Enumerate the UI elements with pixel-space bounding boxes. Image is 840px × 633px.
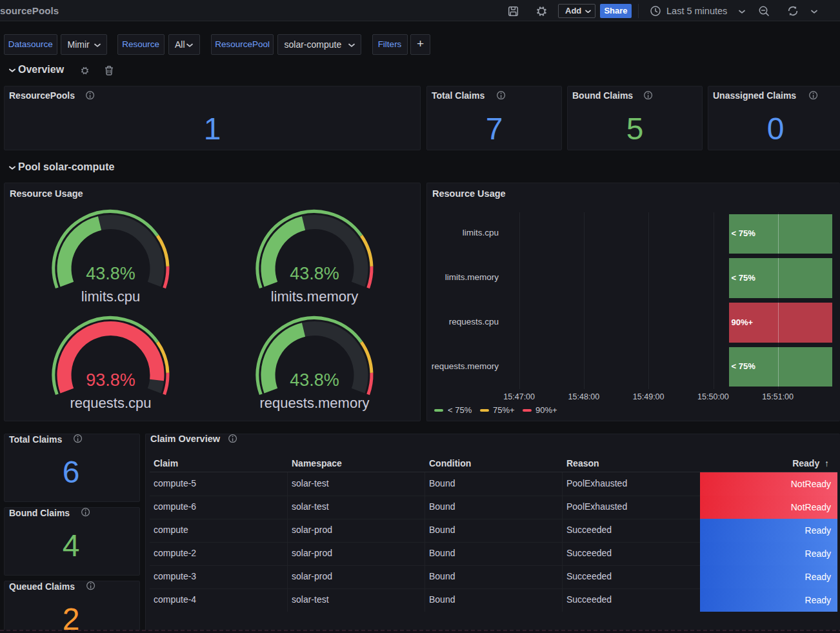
svg-text:43.8%: 43.8%: [290, 370, 339, 390]
svg-text:limits.memory: limits.memory: [271, 288, 359, 305]
svg-text:43.8%: 43.8%: [290, 264, 339, 283]
svg-text:limits.cpu: limits.cpu: [81, 288, 141, 305]
svg-text:requests.cpu: requests.cpu: [70, 395, 152, 411]
svg-text:43.8%: 43.8%: [86, 264, 135, 283]
svg-text:requests.memory: requests.memory: [260, 395, 370, 411]
svg-text:93.8%: 93.8%: [86, 370, 135, 390]
